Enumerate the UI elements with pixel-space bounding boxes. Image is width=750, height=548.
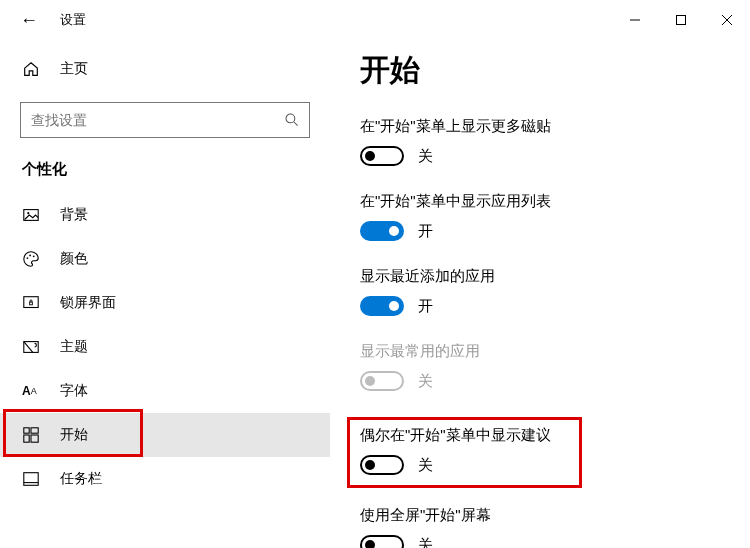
home-icon <box>22 60 40 78</box>
svg-rect-1 <box>677 16 686 25</box>
setting-recent-apps: 显示最近添加的应用 开 <box>360 267 730 316</box>
picture-icon <box>22 206 40 224</box>
setting-label: 使用全屏"开始"屏幕 <box>360 506 730 525</box>
setting-label: 显示最常用的应用 <box>360 342 730 361</box>
setting-fullscreen-start: 使用全屏"开始"屏幕 关 <box>360 506 730 548</box>
back-icon[interactable]: ← <box>20 10 38 31</box>
svg-line-5 <box>294 122 298 126</box>
svg-rect-12 <box>30 302 33 305</box>
maximize-button[interactable] <box>658 4 704 36</box>
search-input[interactable] <box>20 102 310 138</box>
svg-rect-14 <box>24 428 29 433</box>
window-controls <box>612 4 750 36</box>
font-icon: AA <box>22 384 40 398</box>
theme-icon <box>22 338 40 356</box>
highlight-suggestions: 偶尔在"开始"菜单中显示建议 关 <box>347 417 582 488</box>
setting-more-tiles: 在"开始"菜单上显示更多磁贴 关 <box>360 117 730 166</box>
svg-rect-18 <box>24 473 38 486</box>
toggle-state: 开 <box>418 222 433 241</box>
page-title: 开始 <box>360 50 730 91</box>
toggle-most-used <box>360 371 404 391</box>
svg-point-9 <box>29 255 31 257</box>
setting-label: 显示最近添加的应用 <box>360 267 730 286</box>
toggle-state: 关 <box>418 536 433 549</box>
sidebar-item-taskbar[interactable]: 任务栏 <box>0 457 330 501</box>
svg-point-8 <box>27 257 29 259</box>
setting-label: 在"开始"菜单中显示应用列表 <box>360 192 730 211</box>
start-icon <box>22 426 40 444</box>
toggle-more-tiles[interactable] <box>360 146 404 166</box>
setting-label: 偶尔在"开始"菜单中显示建议 <box>360 426 569 445</box>
sidebar-item-fonts[interactable]: AA 字体 <box>0 369 330 413</box>
sidebar: 主页 个性化 背景 颜色 锁屏界面 主题 A <box>0 40 330 548</box>
svg-rect-16 <box>24 435 29 442</box>
toggle-fullscreen-start[interactable] <box>360 535 404 548</box>
toggle-state: 关 <box>418 372 433 391</box>
taskbar-icon <box>22 470 40 488</box>
lockscreen-icon <box>22 294 40 312</box>
svg-rect-15 <box>31 428 38 433</box>
sidebar-home[interactable]: 主页 <box>0 50 330 88</box>
sidebar-item-start[interactable]: 开始 <box>0 413 330 457</box>
toggle-state: 关 <box>418 456 433 475</box>
sidebar-item-label: 开始 <box>60 426 88 444</box>
sidebar-item-label: 背景 <box>60 206 88 224</box>
sidebar-home-label: 主页 <box>60 60 88 78</box>
sidebar-item-label: 字体 <box>60 382 88 400</box>
toggle-recent-apps[interactable] <box>360 296 404 316</box>
search-icon <box>284 112 300 128</box>
toggle-app-list[interactable] <box>360 221 404 241</box>
sidebar-item-label: 锁屏界面 <box>60 294 116 312</box>
setting-label: 在"开始"菜单上显示更多磁贴 <box>360 117 730 136</box>
setting-most-used: 显示最常用的应用 关 <box>360 342 730 391</box>
sidebar-item-background[interactable]: 背景 <box>0 193 330 237</box>
close-button[interactable] <box>704 4 750 36</box>
setting-app-list: 在"开始"菜单中显示应用列表 开 <box>360 192 730 241</box>
svg-point-4 <box>286 114 295 123</box>
setting-suggestions: 偶尔在"开始"菜单中显示建议 关 <box>360 426 569 475</box>
minimize-button[interactable] <box>612 4 658 36</box>
content-area: 开始 在"开始"菜单上显示更多磁贴 关 在"开始"菜单中显示应用列表 开 显示最… <box>330 40 750 548</box>
app-title: 设置 <box>60 11 86 29</box>
svg-rect-17 <box>31 435 38 442</box>
sidebar-item-label: 任务栏 <box>60 470 102 488</box>
toggle-state: 开 <box>418 297 433 316</box>
sidebar-item-themes[interactable]: 主题 <box>0 325 330 369</box>
svg-point-10 <box>33 255 35 257</box>
sidebar-item-label: 颜色 <box>60 250 88 268</box>
toggle-state: 关 <box>418 147 433 166</box>
sidebar-item-label: 主题 <box>60 338 88 356</box>
palette-icon <box>22 250 40 268</box>
sidebar-item-colors[interactable]: 颜色 <box>0 237 330 281</box>
sidebar-section-title: 个性化 <box>0 160 330 193</box>
toggle-suggestions[interactable] <box>360 455 404 475</box>
svg-point-7 <box>27 212 29 214</box>
sidebar-item-lockscreen[interactable]: 锁屏界面 <box>0 281 330 325</box>
